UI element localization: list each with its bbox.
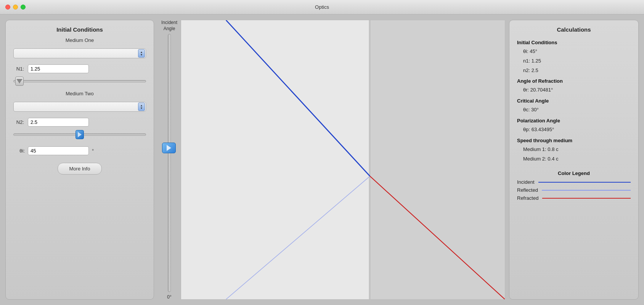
svg-line-2 (226, 176, 370, 299)
legend-reflected-label: Reflected (517, 187, 538, 193)
left-panel: Initial Conditions Medium One ▲ ▼ N1: Me… (5, 20, 154, 300)
n2-input[interactable] (28, 118, 89, 127)
titlebar-buttons (5, 5, 26, 10)
vertical-slider-track[interactable] (168, 34, 171, 292)
legend-refracted-label: Refracted (517, 195, 538, 201)
angle-refraction-section: Angle of Refraction (517, 78, 631, 84)
initial-conditions-section: Initial Conditions (517, 40, 631, 45)
optics-diagram (181, 20, 505, 299)
incident-line-icon (538, 182, 631, 183)
dropdown-arrows-icon[interactable]: ▲ ▼ (138, 49, 145, 58)
window-title: Optics (315, 4, 329, 10)
medium1-speed: Medium 1: 0.8 c (517, 146, 631, 154)
legend-title: Color Legend (517, 170, 631, 176)
theta-i-calc: θi: 45° (517, 48, 631, 56)
polarization-section: Polarization Angle (517, 118, 631, 124)
main-content: Initial Conditions Medium One ▲ ▼ N1: Me… (0, 14, 644, 305)
dropdown-arrows2-icon[interactable]: ▲ ▼ (138, 103, 145, 111)
panel-title: Initial Conditions (13, 26, 146, 33)
legend-incident-label: Incident (517, 179, 535, 185)
n1-slider-container (13, 79, 146, 84)
color-legend: Color Legend Incident Reflected Refracte… (517, 170, 631, 203)
speed-section: Speed through medium (517, 138, 631, 143)
maximize-button[interactable] (21, 5, 26, 10)
svg-line-1 (226, 20, 370, 176)
legend-incident-row: Incident (517, 179, 631, 185)
medium-two-label: Medium Two (13, 91, 146, 96)
medium-two-dropdown-row: ▲ ▼ (13, 102, 146, 112)
svg-line-3 (370, 176, 505, 299)
n1-slider-track[interactable] (13, 80, 146, 82)
more-info-button[interactable]: More Info (58, 163, 102, 175)
theta-r-calc: θr: 20.70481° (517, 86, 631, 94)
n1-row: N1: (13, 64, 146, 73)
close-button[interactable] (5, 5, 10, 10)
medium-one-dropdown-row: ▲ ▼ (13, 48, 146, 58)
n2-slider-thumb[interactable] (75, 130, 84, 139)
theta-p-calc: θp: 63.43495° (517, 126, 631, 134)
n1-input[interactable] (28, 64, 89, 73)
n2-calc: n2: 2.5 (517, 67, 631, 75)
theta-label: θi: (13, 148, 25, 154)
slider-thumb-diamond-icon (16, 79, 22, 83)
right-panel: Calculations Initial Conditions θi: 45° … (509, 20, 639, 300)
titlebar: Optics (0, 0, 644, 14)
n1-slider-thumb[interactable] (15, 77, 24, 86)
incident-angle-label: IncidentAngle (161, 20, 177, 32)
legend-refracted-row: Refracted (517, 195, 631, 201)
medium-one-dropdown[interactable]: ▲ ▼ (13, 48, 146, 58)
canvas-area (181, 20, 505, 300)
theta-c-calc: θc: 30° (517, 106, 631, 114)
refracted-line-icon (542, 198, 631, 199)
theta-unit: ° (92, 148, 94, 154)
theta-input[interactable] (28, 146, 89, 155)
reflected-line-icon (542, 190, 631, 191)
n1-calc: n1: 1.25 (517, 57, 631, 65)
n1-label: N1: (13, 66, 24, 72)
vertical-slider-area: IncidentAngle 0° (158, 20, 181, 300)
calculations-title: Calculations (517, 26, 631, 33)
minimize-button[interactable] (13, 5, 18, 10)
n2-slider-container (13, 132, 146, 137)
critical-angle-section: Critical Angle (517, 98, 631, 104)
zero-label: 0° (167, 294, 171, 300)
legend-reflected-row: Reflected (517, 187, 631, 193)
n2-row: N2: (13, 118, 146, 127)
n2-label: N2: (13, 119, 24, 125)
vertical-slider-thumb[interactable] (162, 143, 176, 153)
center-area: IncidentAngle 0° (158, 20, 505, 300)
n2-slider-track[interactable] (13, 133, 146, 136)
medium2-speed: Medium 2: 0.4 c (517, 155, 631, 163)
theta-row: θi: ° (13, 146, 146, 155)
medium-two-dropdown[interactable]: ▲ ▼ (13, 102, 146, 112)
medium-one-label: Medium One (13, 37, 146, 43)
